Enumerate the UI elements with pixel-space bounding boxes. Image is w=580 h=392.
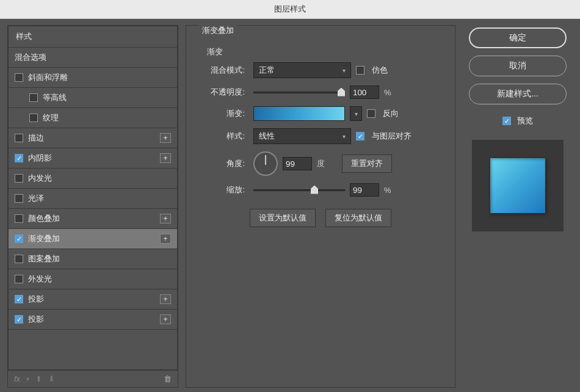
style-item-label: 内阴影 bbox=[28, 153, 160, 164]
angle-unit: 度 bbox=[317, 158, 325, 169]
dither-label: 仿色 bbox=[372, 65, 388, 76]
gradient-label: 渐变: bbox=[198, 108, 248, 119]
opacity-unit: % bbox=[384, 88, 391, 97]
style-item-label: 描边 bbox=[28, 132, 160, 143]
scale-slider[interactable] bbox=[253, 189, 345, 191]
style-item-label: 光泽 bbox=[28, 193, 171, 204]
style-checkbox[interactable] bbox=[15, 194, 23, 203]
style-item[interactable]: 颜色叠加+ bbox=[9, 209, 177, 229]
style-checkbox[interactable] bbox=[15, 214, 23, 223]
ok-button[interactable]: 确定 bbox=[469, 27, 567, 48]
style-checkbox[interactable] bbox=[29, 114, 38, 122]
opacity-label: 不透明度: bbox=[198, 87, 248, 98]
plus-icon[interactable]: + bbox=[160, 294, 171, 304]
style-list: 样式 混合选项 斜面和浮雕等高线纹理描边+内阴影+内发光光泽颜色叠加+渐变叠加+… bbox=[8, 26, 178, 370]
blend-mode-select[interactable]: 正常 ▾ bbox=[253, 62, 351, 78]
style-value: 线性 bbox=[259, 131, 275, 142]
opacity-slider[interactable] bbox=[253, 92, 345, 93]
chevron-down-icon: ▾ bbox=[343, 67, 346, 74]
blend-options-label: 混合选项 bbox=[15, 52, 171, 63]
reset-align-button[interactable]: 重置对齐 bbox=[342, 154, 392, 173]
fx-icon[interactable]: fx bbox=[14, 374, 20, 383]
style-checkbox[interactable] bbox=[15, 275, 23, 283]
preview-label: 预览 bbox=[517, 115, 533, 126]
style-checkbox[interactable] bbox=[15, 174, 23, 183]
trash-icon[interactable]: 🗑 bbox=[164, 374, 172, 383]
style-item-label: 投影 bbox=[28, 314, 160, 325]
angle-input[interactable] bbox=[283, 157, 312, 170]
plus-icon[interactable]: + bbox=[160, 133, 171, 143]
style-item[interactable]: 图案叠加 bbox=[9, 249, 177, 269]
style-item[interactable]: 描边+ bbox=[9, 128, 177, 148]
style-select[interactable]: 线性 ▾ bbox=[253, 128, 351, 144]
style-item-label: 内发光 bbox=[28, 173, 171, 184]
style-item[interactable]: 外发光 bbox=[9, 269, 177, 289]
preview-checkbox[interactable] bbox=[502, 117, 511, 125]
style-checkbox[interactable] bbox=[15, 234, 23, 243]
set-default-button[interactable]: 设置为默认值 bbox=[250, 209, 316, 227]
styles-header: 样式 bbox=[9, 26, 177, 48]
style-item[interactable]: 光泽 bbox=[9, 189, 177, 209]
style-item-label: 纹理 bbox=[43, 112, 171, 123]
reset-default-button[interactable]: 复位为默认值 bbox=[325, 209, 391, 227]
blend-options-item[interactable]: 混合选项 bbox=[9, 48, 177, 68]
style-checkbox[interactable] bbox=[15, 295, 23, 303]
reverse-label: 反向 bbox=[383, 108, 399, 119]
style-item[interactable]: 内阴影+ bbox=[9, 148, 177, 169]
style-item-label: 渐变叠加 bbox=[28, 233, 160, 244]
chevron-down-icon: ▾ bbox=[343, 133, 346, 140]
style-item-label: 等高线 bbox=[43, 92, 171, 103]
main-area: 样式 混合选项 斜面和浮雕等高线纹理描边+内阴影+内发光光泽颜色叠加+渐变叠加+… bbox=[0, 19, 580, 392]
sub-title: 渐变 bbox=[198, 46, 443, 57]
style-checkbox[interactable] bbox=[29, 93, 38, 102]
arrow-down-icon[interactable]: ⬇ bbox=[48, 374, 55, 383]
style-item[interactable]: 渐变叠加+ bbox=[9, 229, 177, 249]
scale-unit: % bbox=[384, 186, 391, 195]
blend-mode-value: 正常 bbox=[259, 65, 275, 76]
preview-box bbox=[472, 140, 564, 231]
left-footer: fx ▾ ⬆ ⬇ 🗑 bbox=[8, 370, 178, 387]
style-item-label: 斜面和浮雕 bbox=[28, 72, 171, 83]
opacity-input[interactable] bbox=[350, 85, 379, 99]
chevron-down-icon: ▾ bbox=[26, 376, 29, 382]
align-checkbox[interactable] bbox=[356, 132, 364, 140]
arrow-up-icon[interactable]: ⬆ bbox=[35, 374, 42, 383]
plus-icon[interactable]: + bbox=[160, 314, 171, 324]
blend-mode-label: 混合模式: bbox=[198, 65, 248, 76]
group-title: 渐变叠加 bbox=[198, 25, 237, 36]
gradient-swatch[interactable] bbox=[253, 106, 345, 121]
style-item[interactable]: 斜面和浮雕 bbox=[9, 68, 177, 88]
plus-icon[interactable]: + bbox=[160, 234, 171, 244]
style-label: 样式: bbox=[198, 131, 248, 142]
preview-swatch bbox=[490, 158, 545, 213]
style-checkbox[interactable] bbox=[15, 134, 23, 142]
reverse-checkbox[interactable] bbox=[367, 109, 375, 118]
style-item[interactable]: 投影+ bbox=[9, 310, 177, 330]
dither-checkbox[interactable] bbox=[356, 66, 364, 74]
cancel-button[interactable]: 取消 bbox=[469, 56, 567, 76]
style-checkbox[interactable] bbox=[15, 255, 23, 263]
style-checkbox[interactable] bbox=[15, 73, 23, 82]
align-label: 与图层对齐 bbox=[372, 131, 411, 142]
gradient-dropdown[interactable]: ▾ bbox=[350, 106, 362, 121]
window-title: 图层样式 bbox=[0, 0, 580, 19]
left-panel: 样式 混合选项 斜面和浮雕等高线纹理描边+内阴影+内发光光泽颜色叠加+渐变叠加+… bbox=[7, 25, 178, 388]
new-style-button[interactable]: 新建样式... bbox=[469, 84, 567, 104]
style-item[interactable]: 投影+ bbox=[9, 289, 177, 310]
settings-panel: 渐变叠加 渐变 混合模式: 正常 ▾ 仿色 不透明度: % 渐变: ▾ bbox=[186, 25, 455, 388]
style-item[interactable]: 内发光 bbox=[9, 169, 177, 189]
style-checkbox[interactable] bbox=[15, 315, 23, 324]
angle-label: 角度: bbox=[198, 158, 248, 169]
right-panel: 确定 取消 新建样式... 预览 bbox=[463, 25, 573, 388]
scale-label: 缩放: bbox=[198, 184, 248, 195]
angle-dial[interactable] bbox=[253, 151, 278, 176]
style-item-label: 投影 bbox=[28, 294, 160, 305]
style-item-label: 颜色叠加 bbox=[28, 213, 160, 224]
plus-icon[interactable]: + bbox=[160, 214, 171, 223]
style-item-label: 图案叠加 bbox=[28, 253, 171, 264]
scale-input[interactable] bbox=[350, 183, 379, 197]
style-item[interactable]: 纹理 bbox=[9, 108, 177, 128]
style-item[interactable]: 等高线 bbox=[9, 88, 177, 108]
plus-icon[interactable]: + bbox=[160, 153, 171, 163]
style-checkbox[interactable] bbox=[15, 154, 23, 162]
